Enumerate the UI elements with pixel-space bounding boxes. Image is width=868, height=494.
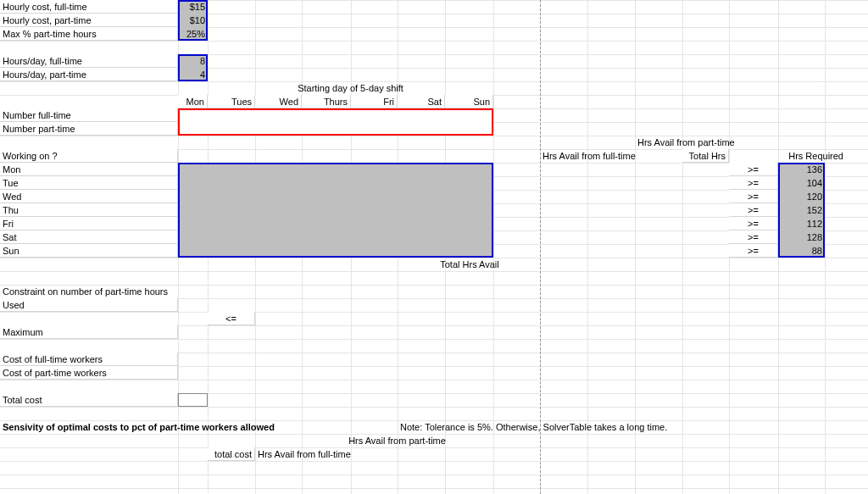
label-bottom-total-cost[interactable]: total cost: [208, 447, 255, 461]
req-1[interactable]: 104: [778, 176, 825, 190]
gte-3[interactable]: >=: [729, 203, 778, 217]
gte-2[interactable]: >=: [729, 190, 778, 203]
row-day-1[interactable]: Tue: [0, 176, 178, 190]
gte-5[interactable]: >=: [729, 230, 778, 244]
req-3[interactable]: 152: [778, 203, 825, 217]
row-day-0[interactable]: Mon: [0, 163, 178, 176]
req-2[interactable]: 120: [778, 190, 825, 203]
gte-1[interactable]: >=: [729, 176, 778, 190]
label-hrs-required: Hrs Required: [778, 149, 846, 163]
hdr-day-4[interactable]: Fri: [351, 95, 398, 108]
total-cost-cell[interactable]: [178, 393, 208, 407]
label-note: Note: Tolerance is 5%. Otherwise, Solver…: [398, 420, 821, 434]
req-4[interactable]: 112: [778, 217, 825, 230]
gte-0[interactable]: >=: [729, 163, 778, 176]
gte-6[interactable]: >=: [729, 244, 778, 258]
label-max-pct[interactable]: Max % part-time hours: [0, 27, 178, 41]
hdr-day-2[interactable]: Wed: [255, 95, 302, 108]
row-day-3[interactable]: Thu: [0, 203, 178, 217]
label-working-on[interactable]: Working on ?: [0, 149, 178, 163]
label-bottom-hrs-ft: Hrs Avail from full-time: [255, 447, 446, 461]
label-cost-ft[interactable]: Cost of full-time workers: [0, 352, 178, 366]
hdr-day-6[interactable]: Sun: [445, 95, 493, 108]
label-lte[interactable]: <=: [208, 312, 255, 325]
val-hourly-pt[interactable]: $10: [178, 14, 208, 27]
label-sensitivity: Sensivity of optimal costs to pct of par…: [0, 420, 364, 434]
row-day-4[interactable]: Fri: [0, 217, 178, 230]
label-hrsday-pt[interactable]: Hours/day, part-time: [0, 68, 178, 81]
label-total-hrs-avail: Total Hrs Avail: [398, 258, 542, 271]
label-hourly-ft[interactable]: Hourly cost, full-time: [0, 0, 178, 14]
val-hourly-ft[interactable]: $15: [178, 0, 208, 14]
input-number-range[interactable]: [178, 108, 493, 136]
hdr-day-1[interactable]: Tues: [208, 95, 255, 108]
label-hourly-pt[interactable]: Hourly cost, part-time: [0, 14, 178, 27]
label-constraint: Constraint on number of part-time hours: [0, 285, 254, 298]
req-5[interactable]: 128: [778, 230, 825, 244]
matrix-working[interactable]: [178, 163, 493, 258]
label-hrs-avail-pt: Hrs Avail from part-time: [635, 136, 787, 149]
row-day-6[interactable]: Sun: [0, 244, 178, 258]
label-used[interactable]: Used: [0, 298, 178, 312]
row-day-2[interactable]: Wed: [0, 190, 178, 203]
val-hrsday-ft[interactable]: 8: [178, 54, 208, 68]
label-num-pt[interactable]: Number part-time: [0, 122, 178, 136]
val-hrsday-pt[interactable]: 4: [178, 68, 208, 81]
label-hrsday-ft[interactable]: Hours/day, full-time: [0, 54, 178, 68]
label-maximum[interactable]: Maximum: [0, 325, 178, 339]
label-starting: Starting day of 5-day shift: [255, 81, 446, 95]
req-6[interactable]: 88: [778, 244, 825, 258]
hdr-day-0[interactable]: Mon: [178, 95, 208, 108]
row-day-5[interactable]: Sat: [0, 230, 178, 244]
label-num-ft[interactable]: Number full-time: [0, 108, 178, 122]
hdr-day-5[interactable]: Sat: [398, 95, 445, 108]
label-total-cost[interactable]: Total cost: [0, 393, 178, 407]
gte-4[interactable]: >=: [729, 217, 778, 230]
label-hrs-avail-ft: Hrs Avail from full-time: [540, 149, 684, 163]
spreadsheet[interactable]: // drawn after data loads below Hourly c…: [0, 0, 868, 494]
label-bottom-hrs-pt: Hrs Avail from part-time: [302, 434, 492, 447]
label-cost-pt[interactable]: Cost of part-time workers: [0, 366, 178, 380]
label-total-hrs: Total Hrs: [682, 149, 729, 163]
req-0[interactable]: 136: [778, 163, 825, 176]
val-max-pct[interactable]: 25%: [178, 27, 208, 41]
hdr-day-3[interactable]: Thurs: [302, 95, 351, 108]
